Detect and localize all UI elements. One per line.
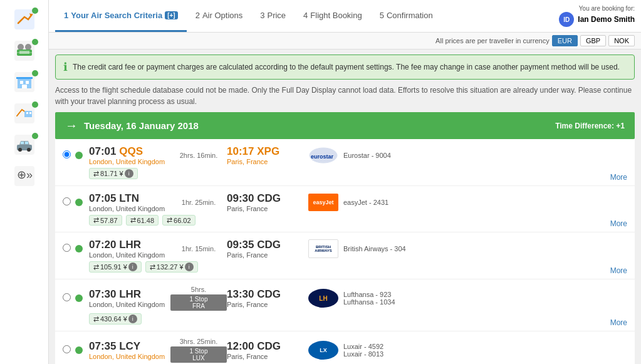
info-small: i [125,169,133,178]
user-info: You are booking for: ID Ian Demo Smith [559,5,635,27]
tab-confirmation[interactable]: 5 Confirmation [371,0,442,32]
flight-origin-3: London, United Kingdom [89,251,170,259]
user-row: ID Ian Demo Smith [559,12,635,27]
price-val: 81.71 ¥ [100,170,123,177]
table-row: 07:05 LTN London, United Kingdom 1hr. 25… [55,186,635,232]
flight-duration-4: 5hrs. 1 StopFRA [170,286,227,311]
flight-origin-5: London, United Kingdom [89,353,170,360]
tab-3-num: 3 [260,11,264,20]
content-area: ℹ The credit card fee or payment charges… [49,49,641,364]
flight-arrive-5: 12:00 CDG Paris, France [227,340,308,360]
svg-point-3 [18,44,24,50]
flight-radio-4[interactable] [63,293,75,303]
depart-airport-1: QQS [119,145,143,157]
table-row: 07:20 LHR London, United Kingdom 1hr. 15… [55,232,635,279]
currency-eur[interactable]: EUR [552,35,578,46]
flight-depart-2: 07:05 LTN London, United Kingdom [89,192,170,212]
table-row: 07:30 LHR London, United Kingdom 5hrs. 1… [55,279,635,331]
flight-radio-2[interactable] [63,197,75,207]
arrive-time-3: 09:35 CDG [227,239,308,251]
tab-2-label: Air Options [202,11,242,20]
info-icon-small: i [128,315,137,323]
flight-depart-4: 07:30 LHR London, United Kingdom [89,288,170,308]
date-label: Tuesday, 16 January 2018 [84,120,555,131]
train-icon[interactable] [8,38,41,64]
flight-origin-4: London, United Kingdom [89,301,170,308]
info-icon-small: i [185,263,194,271]
info-icon: ℹ [63,60,68,74]
svg-point-22 [18,148,22,152]
arrive-time-2: 09:30 CDG [227,192,308,205]
tab-1-label: Your Air Search Criteria [71,11,162,20]
tab-flight-booking[interactable]: 4 Flight Booking [294,0,371,32]
flight-duration-3: 1hr. 15min. [170,245,227,252]
depart-time-1: 07:01 [89,145,119,157]
flight-arrive-2: 09:30 CDG Paris, France [227,192,308,212]
easyjet-logo: easyJet [308,194,338,211]
flight-arrive-1: 10:17 XPG Paris, France [227,145,308,165]
flight-main: 07:35 LCY London, United Kingdom 3hrs. 2… [63,338,627,363]
svg-text:⊕»: ⊕» [17,169,33,181]
flight-radio-3[interactable] [63,244,75,254]
flight-main: 07:05 LTN London, United Kingdom 1hr. 25… [63,192,627,212]
svg-rect-21 [25,142,28,144]
flight-duration-5: 3hrs. 25min. 1 StopLUX [170,338,227,363]
svg-rect-0 [14,9,34,29]
price-tag: ⇄ 430.64 ¥ i [89,313,142,325]
flight-depart-3: 07:20 LHR London, United Kingdom [89,239,170,259]
flight-radio-1[interactable] [63,150,75,160]
price-row-3: ⇄ 105.91 ¥ i ⇄ 132.27 ¥ i [63,259,627,276]
tab-5-num: 5 [380,11,384,20]
tab-5-label: Confirmation [387,11,433,20]
info-banner: ℹ The credit card fee or payment charges… [55,55,635,80]
flight-depart-1: 07:01 QQS London, United Kingdom [89,145,170,165]
flight-radio-5[interactable] [63,345,75,355]
more-link-3[interactable]: More [610,266,627,275]
hotel-icon[interactable] [8,69,41,95]
flight-airline-5: LX Luxair - 4592 Luxair - 8013 [308,341,627,360]
flight-main: 07:01 QQS London, United Kingdom 2hrs. 1… [63,145,627,165]
flight-status-4 [75,294,83,302]
svg-rect-10 [20,81,23,84]
tab-air-search[interactable]: 1 Your Air Search Criteria [+] [55,0,187,32]
flight-depart-5: 07:35 LCY London, United Kingdom [89,340,170,360]
avatar: ID [559,12,574,27]
ba-logo: BRITISHAIRWAYS [308,239,338,258]
more-link-2[interactable]: More [610,219,627,228]
car-icon[interactable] [8,132,41,158]
more-link-4[interactable]: More [610,318,627,327]
time-diff: Time Difference: +1 [555,122,625,130]
flights-icon[interactable] [8,6,41,33]
price-row-2: ⇄ 57.87 ⇄ 61.48 ⇄ 66.02 [63,212,627,229]
svg-rect-6 [19,51,29,54]
more-icon[interactable]: ⊕» [8,163,41,189]
flight-origin-2: London, United Kingdom [89,205,170,212]
arrive-city-2: Paris, France [227,205,308,212]
price-row-4: ⇄ 430.64 ¥ i [63,311,627,328]
flight-hotel-icon[interactable] [8,100,41,127]
flight-arrive-3: 09:35 CDG Paris, France [227,239,308,259]
arrive-city-5: Paris, France [227,353,308,360]
date-arrow: → [65,118,78,133]
tab-1-num: 1 [64,11,68,20]
tab-4-num: 4 [303,11,308,20]
flight-main: 07:30 LHR London, United Kingdom 5hrs. 1… [63,286,627,311]
svg-point-23 [27,148,31,152]
airline-names-4: Lufthansa - 923 Lufthansa - 1034 [343,291,395,306]
tab-price[interactable]: 3 Price [251,0,294,32]
lh-logo: LH [308,289,338,308]
airline-names-5: Luxair - 4592 Luxair - 8013 [343,343,383,358]
table-row: 07:01 QQS London, United Kingdom 2hrs. 1… [55,139,635,186]
tab-air-options[interactable]: 2 Air Options [187,0,252,32]
flight-duration-1: 2hrs. 16min. [170,152,227,159]
table-row: 07:35 LCY London, United Kingdom 3hrs. 2… [55,331,635,364]
flight-status-1 [75,152,83,159]
flight-time-5: 07:35 LCY [89,340,170,353]
currency-gbp[interactable]: GBP [580,35,606,46]
flight-airline-3: BRITISHAIRWAYS British Airways - 304 [308,239,627,258]
main-content: 1 Your Air Search Criteria [+] 2 Air Opt… [49,0,641,364]
airline-name-1: Eurostar - 9004 [343,152,391,159]
svg-rect-20 [21,142,24,144]
currency-nok[interactable]: NOK [608,35,635,46]
more-link-1[interactable]: More [610,173,627,182]
